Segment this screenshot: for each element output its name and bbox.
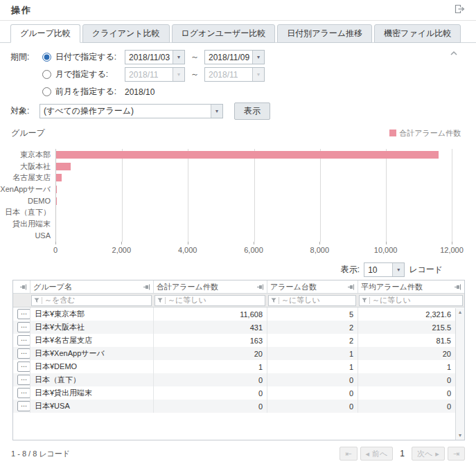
date-from-value[interactable]: 2018/11/03 xyxy=(125,51,173,64)
row-menu-button[interactable]: ⋯ xyxy=(17,309,30,319)
tab-alarm-trend-by-date[interactable]: 日付別アラーム推移 xyxy=(277,24,372,43)
category-label: 東京本部 xyxy=(0,149,55,161)
month-from-picker: 2018/11 ▾ xyxy=(125,67,185,82)
date-to-picker[interactable]: 2018/11/09 ▾ xyxy=(204,50,265,64)
target-alarm-select[interactable]: (すべての操作アラーム) ▾ xyxy=(39,104,223,118)
cell-total-alarms: 431 xyxy=(153,321,267,334)
row-menu-button[interactable]: ⋯ xyxy=(17,322,30,332)
table-row[interactable]: ⋯ 日本¥DEMO 1 1 1 xyxy=(13,360,455,373)
bar-demo xyxy=(56,197,57,205)
cell-group-name: 日本（直下） xyxy=(30,373,153,386)
table-row[interactable]: ⋯ 日本¥XenAppサーバ 20 1 20 xyxy=(13,347,455,360)
filter-input-group-name[interactable]: ～を含む xyxy=(31,295,152,306)
radio-specify-by-month[interactable] xyxy=(42,70,51,79)
bar-xenapp xyxy=(56,186,57,193)
operation-report-window: 操作 グループ比較 クライアント比較 ログオンユーザー比較 日付別アラーム推移 … xyxy=(0,0,476,464)
date-from-picker[interactable]: 2018/11/03 ▾ xyxy=(125,50,185,64)
category-label: 日本（直下） xyxy=(0,206,55,218)
cell-group-name: 日本¥大阪本社 xyxy=(30,321,153,334)
row-menu-button[interactable]: ⋯ xyxy=(17,348,30,359)
table-row[interactable]: ⋯ 日本¥名古屋支店 163 2 81.5 xyxy=(13,334,455,347)
last-page-button[interactable]: ⇥ xyxy=(448,447,465,461)
filter-placeholder: ～を含む xyxy=(44,295,76,305)
cell-group-name: 日本¥XenAppサーバ xyxy=(30,347,153,360)
show-button[interactable]: 表示 xyxy=(234,102,270,120)
scroll-up-icon[interactable]: ▴ xyxy=(459,310,461,315)
radio-specify-by-date[interactable] xyxy=(42,53,51,62)
column-header-alarm-devices[interactable]: アラーム台数 xyxy=(267,280,358,293)
pin-icon[interactable] xyxy=(143,284,150,290)
column-header-total-alarms[interactable]: 合計アラーム件数 xyxy=(153,280,267,293)
pin-icon[interactable] xyxy=(348,284,355,290)
cell-average-alarms: 81.5 xyxy=(358,334,455,347)
header: 操作 xyxy=(0,0,476,21)
pin-icon[interactable] xyxy=(455,284,461,290)
filter-input-alarm-devices[interactable]: ～に等しい xyxy=(268,295,356,306)
page-title: 操作 xyxy=(11,4,32,17)
filter-icon[interactable] xyxy=(34,296,39,305)
table-header-row: グループ名 合計アラーム件数 アラーム台数 xyxy=(13,280,464,294)
export-icon xyxy=(455,4,465,16)
filter-input-average-alarms[interactable]: ～に等しい xyxy=(359,295,463,306)
page-size-value[interactable]: 10 xyxy=(364,263,392,276)
category-label: 貸出用端末 xyxy=(0,218,55,230)
pin-icon[interactable] xyxy=(20,284,27,290)
records-suffix: レコード xyxy=(409,264,443,276)
tab-group-compare[interactable]: グループ比較 xyxy=(10,24,80,43)
next-page-button[interactable]: 次へ ▸ xyxy=(412,447,445,461)
filter-input-total-alarms[interactable]: ～に等しい xyxy=(155,295,265,306)
tab-confidential-file-compare[interactable]: 機密ファイル比較 xyxy=(374,24,461,43)
target-alarm-dropdown-button[interactable]: ▾ xyxy=(211,105,222,118)
prev-page-button[interactable]: ◂ 前へ xyxy=(360,447,394,461)
date-from-dropdown-button[interactable]: ▾ xyxy=(173,51,184,64)
cell-alarm-devices: 5 xyxy=(267,307,358,321)
target-alarm-value[interactable]: (すべての操作アラーム) xyxy=(40,105,211,118)
table-row[interactable]: ⋯ 日本¥貸出用端末 0 0 0 xyxy=(13,386,455,400)
chevron-down-icon: ▾ xyxy=(177,71,180,78)
group-table: グループ名 合計アラーム件数 アラーム台数 xyxy=(12,280,465,440)
scroll-down-icon[interactable]: ▾ xyxy=(459,433,461,438)
cell-alarm-devices: 1 xyxy=(267,360,358,373)
filter-icon[interactable] xyxy=(362,296,367,305)
column-header-average-alarms[interactable]: 平均アラーム件数 xyxy=(358,280,464,293)
first-page-button[interactable]: ⇤ xyxy=(340,447,357,461)
tab-client-compare[interactable]: クライアント比較 xyxy=(82,24,170,43)
date-to-dropdown-button[interactable]: ▾ xyxy=(252,51,264,64)
filter-icon[interactable] xyxy=(157,296,163,305)
bar-nagoya xyxy=(56,174,62,181)
export-button[interactable] xyxy=(455,4,465,16)
pin-icon[interactable] xyxy=(257,284,264,290)
row-menu-button[interactable]: ⋯ xyxy=(17,388,30,398)
filter-panel: 期間: 日付で指定する: 2018/11/03 ▾ ～ 2018/11/09 ▾… xyxy=(0,43,476,120)
x-tick: 6,000 xyxy=(244,246,263,254)
collapse-panel-button[interactable] xyxy=(450,48,458,58)
column-header-group-name[interactable]: グループ名 xyxy=(30,280,153,293)
row-menu-button[interactable]: ⋯ xyxy=(17,335,30,346)
current-page-number: 1 xyxy=(400,449,405,458)
row-menu-button[interactable]: ⋯ xyxy=(17,362,30,372)
next-arrow-icon: ▸ xyxy=(435,449,439,458)
table-row[interactable]: ⋯ 日本¥USA 0 0 0 xyxy=(13,400,455,413)
table-row[interactable]: ⋯ 日本¥大阪本社 431 2 215.5 xyxy=(13,321,455,334)
previous-month-value: 2018/10 xyxy=(125,87,155,97)
chevron-up-icon xyxy=(450,48,458,58)
table-row[interactable]: ⋯ 日本¥東京本部 11,608 5 2,321.6 xyxy=(13,307,455,321)
category-label: USA xyxy=(0,230,55,242)
table-row[interactable]: ⋯ 日本（直下） 0 0 0 xyxy=(13,373,455,386)
bar-osaka xyxy=(56,163,71,170)
radio-previous-month[interactable] xyxy=(42,87,51,96)
page-size-select[interactable]: 10 ▾ xyxy=(364,262,405,277)
cell-average-alarms: 1 xyxy=(358,360,455,373)
filter-placeholder: ～に等しい xyxy=(168,295,206,305)
tab-logon-user-compare[interactable]: ログオンユーザー比較 xyxy=(172,24,276,43)
table-scrollbar[interactable]: ▴ ▾ xyxy=(455,308,464,440)
chart-category-axis: 東京本部 大阪本社 名古屋支店 XenAppサーバ DEMO 日本（直下） 貸出… xyxy=(0,149,55,242)
page-size-dropdown-button[interactable]: ▾ xyxy=(392,263,404,276)
filter-icon[interactable] xyxy=(271,296,276,305)
row-menu-button[interactable]: ⋯ xyxy=(17,375,30,385)
legend-swatch xyxy=(389,130,396,136)
radio-previous-month-label: 前月を指定する: xyxy=(55,86,125,98)
radio-specify-by-month-label: 月で指定する: xyxy=(55,69,125,80)
row-menu-button[interactable]: ⋯ xyxy=(17,401,30,411)
date-to-value[interactable]: 2018/11/09 xyxy=(205,51,252,64)
